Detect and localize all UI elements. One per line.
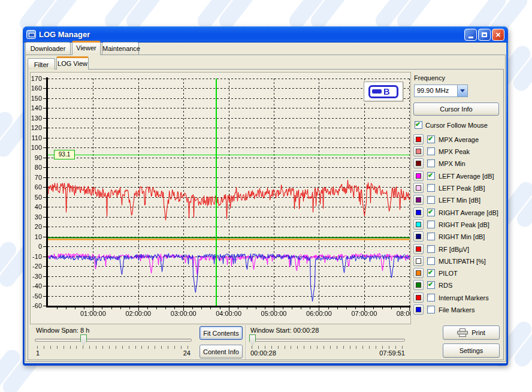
color-swatch-button[interactable] [413,231,424,242]
window-start-thumb[interactable] [249,334,256,346]
color-swatch-button[interactable] [413,134,424,144]
series-checkbox[interactable] [427,196,435,204]
log-manager-window: LOG Manager ✕ Downloader Viewer Maintena… [23,26,508,366]
desktop: { "window": { "title": "LOG Manager" }, … [0,0,532,392]
window-start-label: Window Start: 00:00:28 [250,327,319,334]
start-max-label: 07:59:51 [358,349,405,357]
color-swatch-button[interactable] [413,268,424,278]
series-checkbox[interactable] [427,172,435,180]
log-chart-canvas[interactable] [31,73,410,324]
series-checkbox[interactable] [427,221,435,228]
color-swatch-button[interactable] [413,244,424,254]
color-swatch-button[interactable] [413,195,424,205]
span-max-label: 24 [173,349,191,357]
window-span-ticks [37,346,189,349]
legend-row: MPX Min [413,158,504,168]
series-color [416,161,421,166]
series-checkbox[interactable] [427,184,435,192]
series-label: LEFT Min [dB] [439,197,480,204]
window-start-ticks [252,346,403,349]
cursor-follow-checkbox[interactable] [415,121,422,129]
series-color [416,234,421,239]
series-label: LEFT Average [dB] [439,173,494,180]
printer-icon [457,328,468,337]
color-swatch-button[interactable] [413,219,424,230]
series-label: RF [dBµV] [439,246,469,253]
color-swatch-button[interactable] [413,146,424,156]
color-swatch-button[interactable] [413,280,424,290]
frequency-select[interactable]: 99.90 MHz [414,85,468,97]
series-legend: MPX AverageMPX PeakMPX MinLEFT Average [… [413,134,504,316]
window-start-slider[interactable] [249,334,405,346]
print-button[interactable]: Print [443,325,500,340]
series-label: PILOT [439,270,458,277]
settings-button[interactable]: Settings [443,343,500,358]
color-swatch-button[interactable] [413,158,424,168]
legend-row: Interrupt Markers [413,293,504,303]
color-swatch-button[interactable] [413,207,424,218]
series-label: MPX Average [439,136,479,143]
series-color [416,210,421,215]
series-color [416,270,421,276]
series-checkbox[interactable] [427,306,435,313]
color-swatch-button[interactable] [413,183,424,193]
legend-row: MPX Average [413,134,504,144]
start-min-label: 00:00:28 [250,349,276,357]
series-color [416,173,421,179]
color-swatch-button[interactable] [413,256,424,266]
series-color [416,185,421,191]
series-checkbox[interactable] [427,135,435,143]
window-span-thumb[interactable] [80,334,87,346]
legend-row: LEFT Average [dB] [413,171,504,181]
series-checkbox[interactable] [427,257,435,265]
series-color [416,222,421,227]
series-label: RIGHT Min [dB] [439,233,485,240]
series-label: RIGHT Average [dB] [439,209,498,216]
span-min-label: 1 [36,349,40,357]
legend-row: File Markers [413,304,504,315]
series-color [416,149,421,154]
log-chart[interactable]: 93.1 B [30,72,411,324]
series-color [416,246,421,252]
series-checkbox[interactable] [427,294,435,301]
fit-contents-button[interactable]: Fit Contents [200,326,243,340]
window-span-slider[interactable] [35,334,192,346]
divider [246,325,247,360]
series-color [416,137,421,142]
tab-log-view[interactable]: LOG View [56,56,89,70]
series-color [416,307,421,312]
series-label: MULTIPATH [%] [439,258,486,265]
color-swatch-button[interactable] [413,304,424,315]
series-checkbox[interactable] [427,281,435,289]
legend-row: RDS [413,280,504,290]
series-label: Interrupt Markers [439,294,489,301]
series-checkbox[interactable] [427,147,435,155]
legend-row: RIGHT Min [dB] [413,231,504,242]
series-color [416,295,421,300]
color-swatch-button[interactable] [413,171,424,181]
cursor-info-button[interactable]: Cursor Info [413,102,499,116]
series-label: RIGHT Peak [dB] [439,221,489,228]
series-checkbox[interactable] [427,245,435,253]
series-checkbox[interactable] [427,233,435,240]
series-checkbox[interactable] [427,159,435,167]
series-color [416,282,421,288]
deva-watermark: ® [504,177,532,234]
content-info-button[interactable]: Content Info [200,345,243,358]
frequency-value: 99.90 MHz [415,85,457,97]
legend-row: RIGHT Average [dB] [413,207,504,218]
series-label: MPX Peak [439,148,470,155]
cursor-follow-mouse-row: Cursor Follow Mouse [415,121,488,129]
chevron-down-icon[interactable] [457,85,467,97]
color-swatch-button[interactable] [413,293,424,303]
legend-row: PILOT [413,268,504,278]
series-label: File Markers [439,306,475,313]
legend-row: MPX Peak [413,146,504,156]
legend-row: MULTIPATH [%] [413,256,504,266]
series-checkbox[interactable] [427,269,435,277]
frequency-label: Frequency [414,74,445,82]
series-checkbox[interactable] [427,209,435,216]
legend-row: LEFT Peak [dB] [413,183,504,193]
series-color [416,258,421,264]
series-label: RDS [439,282,452,289]
